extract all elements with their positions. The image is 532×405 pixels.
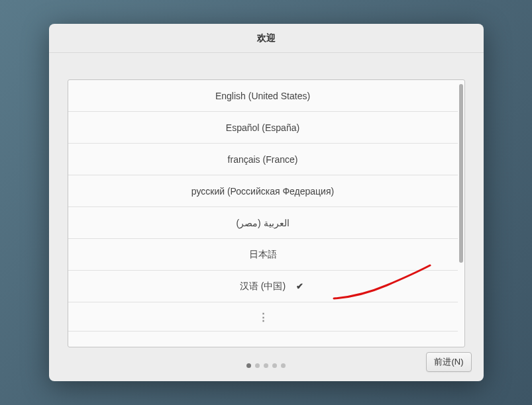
language-list[interactable]: English (United States) Español (España)…	[68, 80, 458, 347]
language-label: русский (Российская Федерация)	[191, 186, 334, 197]
more-icon: ⋮	[258, 311, 268, 323]
more-languages-item[interactable]: ⋮	[68, 302, 458, 332]
setup-window: 欢迎 English (United States) Español (Espa…	[49, 24, 484, 381]
language-label: 汉语 (中国)	[240, 281, 286, 292]
next-button[interactable]: 前进(N)	[426, 352, 471, 372]
pager-dot	[255, 363, 260, 368]
language-label: français (France)	[228, 154, 298, 165]
language-list-frame: English (United States) Español (España)…	[68, 79, 465, 347]
language-item-arabic[interactable]: (العربية (مصر	[68, 207, 458, 239]
page-title: 欢迎	[257, 32, 276, 44]
pager-dot	[246, 363, 251, 368]
check-icon: ✔	[296, 281, 303, 291]
content-area: English (United States) Español (España)…	[49, 53, 484, 381]
language-label: English (United States)	[215, 91, 310, 101]
scrollbar[interactable]	[458, 80, 464, 347]
language-label: (العربية (مصر	[236, 218, 289, 228]
pager-dot	[281, 363, 286, 368]
titlebar: 欢迎	[49, 24, 484, 53]
language-item-japanese[interactable]: 日本語	[68, 239, 458, 271]
page-indicator	[246, 363, 286, 368]
pager-dot	[264, 363, 268, 368]
footer: 前进(N)	[426, 352, 471, 372]
scrollbar-thumb[interactable]	[459, 84, 463, 263]
language-item-russian[interactable]: русский (Российская Федерация)	[68, 175, 458, 207]
language-label: Español (España)	[226, 122, 299, 133]
language-item-spanish[interactable]: Español (España)	[68, 112, 458, 144]
language-item-chinese[interactable]: 汉语 (中国) ✔	[68, 271, 458, 302]
pager-dot	[272, 363, 277, 368]
language-item-english[interactable]: English (United States)	[68, 80, 458, 112]
language-item-french[interactable]: français (France)	[68, 144, 458, 175]
language-label: 日本語	[249, 249, 277, 261]
